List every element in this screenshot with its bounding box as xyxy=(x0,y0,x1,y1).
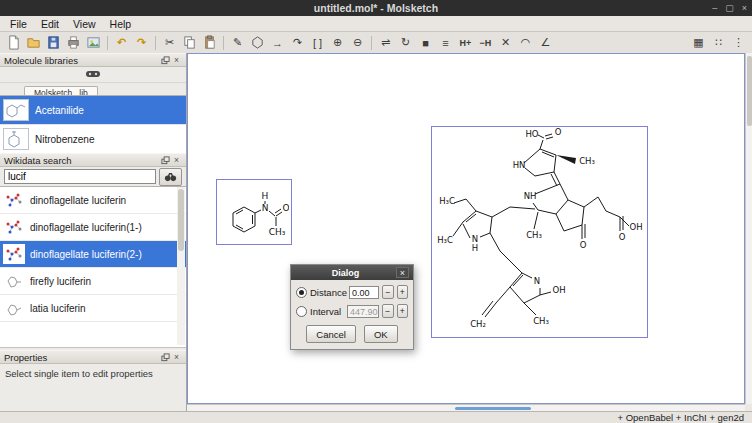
acetanilide-molecule[interactable]: H N O CH₃ xyxy=(216,179,292,245)
distance-radio[interactable] xyxy=(296,287,307,298)
cut-icon[interactable]: ✂ xyxy=(160,34,179,52)
svg-text:N: N xyxy=(534,276,540,286)
library-selector-icon[interactable] xyxy=(85,66,101,84)
result-item-dinoflagellate-luciferin[interactable]: dinoflagellate luciferin xyxy=(0,187,186,214)
minimize-button[interactable]: – xyxy=(712,0,717,16)
svg-text:O: O xyxy=(282,203,289,213)
canvas-horizontal-scrollbar[interactable] xyxy=(187,404,745,411)
remove-hydrogen-icon[interactable]: −H xyxy=(476,34,495,52)
result-item-label: firefly luciferin xyxy=(30,276,91,287)
float-panel-icon[interactable] xyxy=(160,352,171,363)
canvas-vertical-scrollbar-thumb[interactable] xyxy=(747,56,752,126)
menu-file[interactable]: File xyxy=(3,17,34,31)
open-file-icon[interactable] xyxy=(24,34,43,52)
menu-help[interactable]: Help xyxy=(103,17,139,31)
menu-view[interactable]: View xyxy=(66,17,103,31)
paste-glyph xyxy=(202,35,217,50)
dialog-buttons: Cancel OK xyxy=(291,325,413,343)
angle-tool-icon[interactable]: ∠ xyxy=(536,34,555,52)
result-item-firefly-luciferin[interactable]: firefly luciferin xyxy=(0,268,186,295)
result-item-dinoflagellate-luciferin-2[interactable]: dinoflagellate luciferin(2-) xyxy=(0,241,186,268)
canvas-vertical-scrollbar[interactable] xyxy=(745,53,752,404)
interval-decrement-button[interactable]: − xyxy=(382,304,393,318)
wikidata-result-list: dinoflagellate luciferin dinoflagellate … xyxy=(0,186,186,348)
canvas-horizontal-scrollbar-thumb[interactable] xyxy=(455,407,531,410)
titlebar: untitled.mol* - Molsketch – ▢ × xyxy=(0,0,752,16)
cancel-button[interactable]: Cancel xyxy=(306,325,356,343)
molsketch-window: untitled.mol* - Molsketch – ▢ × File Edi… xyxy=(0,0,752,423)
charge-plus-icon[interactable]: ⊕ xyxy=(328,34,347,52)
svg-text:H₃C: H₃C xyxy=(439,196,455,206)
close-panel-icon[interactable]: × xyxy=(171,155,182,166)
library-item-acetanilide[interactable]: Acetanilide xyxy=(0,96,186,125)
add-hydrogen-icon[interactable]: H+ xyxy=(456,34,475,52)
svg-text:CH₃: CH₃ xyxy=(533,316,549,326)
mechanism-arrow-icon[interactable]: ↷ xyxy=(288,34,307,52)
color-swatch-icon[interactable]: ■ xyxy=(416,34,435,52)
dialog-titlebar[interactable]: Dialog × xyxy=(291,265,413,280)
export-image-glyph xyxy=(86,35,101,50)
paste-icon[interactable] xyxy=(200,34,219,52)
interval-value[interactable]: 447.90 xyxy=(347,305,379,318)
search-button[interactable] xyxy=(159,168,182,186)
close-panel-icon[interactable]: × xyxy=(171,55,182,66)
ok-button[interactable]: OK xyxy=(364,325,398,343)
reaction-arrow-icon[interactable]: ⇌ xyxy=(376,34,395,52)
library-list: Acetanilide Nitrobenzene xyxy=(0,95,186,155)
distance-decrement-button[interactable]: − xyxy=(382,285,393,299)
print-glyph xyxy=(66,35,81,50)
print-icon[interactable] xyxy=(64,34,83,52)
interval-radio[interactable] xyxy=(296,306,307,317)
svg-text:H: H xyxy=(262,191,269,201)
result-list-scrollbar-thumb[interactable] xyxy=(178,189,184,251)
ring-tool-icon[interactable] xyxy=(248,34,267,52)
ring-glyph xyxy=(250,35,265,50)
svg-text:OH: OH xyxy=(552,285,565,295)
svg-text:O: O xyxy=(555,127,562,137)
maximize-button[interactable]: ▢ xyxy=(725,0,734,16)
result-list-scrollbar[interactable] xyxy=(177,187,185,345)
align-icon[interactable]: ∷ xyxy=(709,34,728,52)
charge-minus-icon[interactable]: ⊖ xyxy=(348,34,367,52)
undo-icon[interactable]: ↶ xyxy=(112,34,131,52)
rotate-icon[interactable]: ↻ xyxy=(396,34,415,52)
delete-tool-icon[interactable]: ✕ xyxy=(496,34,515,52)
export-image-icon[interactable] xyxy=(84,34,103,52)
luciferin-structure: HO O HN CH₃ NH O OH O H₃C H₃C N H N OH C… xyxy=(432,127,645,335)
dialog-close-button[interactable]: × xyxy=(396,267,409,278)
float-panel-icon[interactable] xyxy=(160,155,171,166)
wikidata-search-row xyxy=(0,167,186,186)
float-panel-icon[interactable] xyxy=(160,55,171,66)
toolbar: ↶ ↷ ✂ ✎ → ↷ [ ] ⊕ ⊖ ⇌ ↻ ■ ≡ H+ −H ✕ ◠ ∠ … xyxy=(0,32,752,54)
result-item-label: dinoflagellate luciferin(1-) xyxy=(30,222,142,233)
interval-increment-button[interactable]: + xyxy=(397,304,408,318)
result-item-dinoflagellate-luciferin-1[interactable]: dinoflagellate luciferin(1-) xyxy=(0,214,186,241)
redo-icon[interactable]: ↷ xyxy=(132,34,151,52)
menu-edit[interactable]: Edit xyxy=(34,17,66,31)
binoculars-icon xyxy=(163,170,178,183)
distance-increment-button[interactable]: + xyxy=(397,285,408,299)
arrow-tool-icon[interactable]: → xyxy=(268,34,287,52)
save-icon[interactable] xyxy=(44,34,63,52)
overflow-menu-icon[interactable]: ⋮ xyxy=(729,34,748,52)
search-input[interactable] xyxy=(4,169,156,184)
line-width-icon[interactable]: ≡ xyxy=(436,34,455,52)
svg-text:CH₃: CH₃ xyxy=(579,156,595,166)
library-item-nitrobenzene[interactable]: Nitrobenzene xyxy=(0,125,186,154)
canvas[interactable]: H N O CH₃ xyxy=(187,53,745,404)
bracket-tool-icon[interactable]: [ ] xyxy=(308,34,327,52)
properties-hint: Select single item to edit properties xyxy=(5,368,153,379)
new-file-icon[interactable] xyxy=(4,34,23,52)
luciferin-molecule[interactable]: HO O HN CH₃ NH O OH O H₃C H₃C N H N OH C… xyxy=(431,126,648,338)
draw-bond-icon[interactable]: ✎ xyxy=(228,34,247,52)
dialog-title: Dialog xyxy=(295,268,396,278)
result-item-label: latia luciferin xyxy=(30,303,86,314)
grid-icon[interactable]: ▦ xyxy=(689,34,708,52)
copy-icon[interactable] xyxy=(180,34,199,52)
distance-value[interactable]: 0.00 xyxy=(349,286,379,299)
close-panel-icon[interactable]: × xyxy=(171,352,182,363)
svg-text:O: O xyxy=(580,240,587,250)
window-close-button[interactable]: × xyxy=(742,0,747,16)
lasso-select-icon[interactable]: ◠ xyxy=(516,34,535,52)
result-item-latia-luciferin[interactable]: latia luciferin xyxy=(0,295,186,322)
